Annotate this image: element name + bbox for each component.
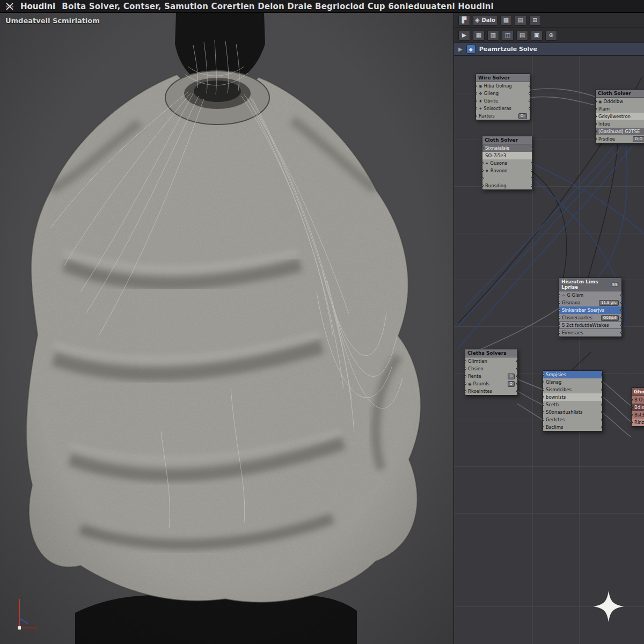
output-connector-dot[interactable] — [620, 302, 621, 304]
node-param-row[interactable]: Chsien — [465, 365, 517, 372]
param-value-badge[interactable]: O-O — [633, 136, 644, 142]
node-param-row[interactable]: Bst3s — [632, 411, 644, 419]
input-connector-dot[interactable] — [465, 383, 466, 385]
output-connector-dot[interactable] — [620, 324, 621, 327]
input-connector-dot[interactable] — [596, 138, 597, 141]
input-connector-dot[interactable] — [632, 406, 633, 409]
input-connector-dot[interactable] — [543, 396, 544, 399]
node-param-row[interactable]: RenteD — [465, 372, 517, 380]
node-param-row[interactable]: S0onasdushlists — [543, 408, 602, 416]
node-title-wire-solver[interactable]: Wire Solver — [476, 74, 530, 82]
node-param-row[interactable]: Bdiske — [632, 404, 644, 411]
node-param-row[interactable]: SO-7i5e3 — [482, 152, 532, 159]
input-connector-dot[interactable] — [559, 324, 560, 327]
input-connector-dot[interactable] — [482, 170, 484, 172]
param-value-badge[interactable]: 11.8 g/u — [599, 300, 619, 306]
node-param-row[interactable]: ♦Ravoon — [482, 167, 532, 174]
output-connector-dot[interactable] — [601, 419, 602, 421]
input-connector-dot[interactable] — [543, 381, 544, 384]
param-value-badge[interactable]: O- — [518, 113, 527, 119]
output-connector-dot[interactable] — [620, 309, 621, 312]
output-connector-dot[interactable] — [516, 390, 517, 393]
output-connector-dot[interactable] — [516, 383, 517, 385]
output-connector-dot[interactable] — [531, 162, 532, 165]
input-connector-dot[interactable] — [543, 374, 544, 376]
node-param-row[interactable]: ♦Gbrite — [476, 97, 530, 105]
input-connector-dot[interactable] — [465, 390, 466, 393]
input-connector-dot[interactable] — [559, 332, 560, 334]
output-connector-dot[interactable] — [601, 396, 602, 399]
node-param-row[interactable]: Eimeraes — [559, 329, 621, 336]
node-param-row[interactable]: RarteisO- — [476, 112, 530, 120]
node-param-row[interactable]: S 2ct fsdutdeWtakes — [559, 321, 621, 329]
param-value-badge[interactable]: D — [508, 381, 515, 387]
node-title-cleth-solvers[interactable]: Cleths Solvers — [465, 349, 517, 357]
node-title-cloth-solver-top[interactable]: Cloth Solver — [596, 90, 644, 98]
output-connector-dot[interactable] — [620, 317, 621, 319]
input-connector-dot[interactable] — [596, 100, 597, 103]
node-param-row[interactable]: ◉PaumlsD — [465, 380, 517, 387]
input-connector-dot[interactable] — [596, 115, 597, 118]
input-connector-dot[interactable] — [559, 302, 560, 304]
node-param-row[interactable]: Bsclims — [543, 423, 602, 431]
input-connector-dot[interactable] — [543, 426, 544, 429]
output-connector-dot[interactable] — [601, 426, 602, 429]
output-connector-dot[interactable] — [601, 381, 602, 384]
nodes-icon[interactable]: ▦ — [500, 15, 512, 26]
output-connector-dot[interactable] — [531, 177, 532, 180]
input-connector-dot[interactable] — [482, 147, 484, 150]
input-connector-dot[interactable] — [465, 368, 466, 370]
panels-icon[interactable]: ▛ — [458, 15, 470, 26]
node-param-row[interactable]: ✧G Glsm — [559, 291, 621, 299]
node-param-row[interactable]: Gerlctes — [543, 416, 602, 423]
param-value-badge[interactable]: D — [508, 374, 515, 379]
shield-icon[interactable]: ◈Dalo — [473, 15, 497, 26]
input-connector-dot[interactable] — [476, 115, 477, 118]
play-icon[interactable]: ▶ — [458, 30, 470, 41]
output-connector-dot[interactable] — [601, 389, 602, 391]
node-param-row[interactable]: Rkoeinttes — [465, 387, 517, 395]
output-connector-dot[interactable] — [601, 374, 602, 376]
output-connector-dot[interactable] — [620, 294, 621, 297]
input-connector-dot[interactable] — [559, 309, 560, 312]
path-bar[interactable]: ▶ ◆ Peamrtzule Solve — [454, 43, 644, 56]
output-connector-dot[interactable] — [529, 92, 530, 95]
output-connector-dot[interactable] — [516, 360, 517, 363]
input-connector-dot[interactable] — [482, 162, 484, 165]
node-title-solver-detail[interactable]: Hiseutm Lims Lprise55 — [559, 278, 621, 291]
node-param-row[interactable]: Glimtien — [465, 357, 517, 365]
grid-icon[interactable]: ▦ — [473, 30, 485, 41]
input-connector-dot[interactable] — [543, 419, 544, 421]
param-value-badge[interactable]: G08jb6 — [601, 315, 619, 321]
target-icon[interactable]: ⊕ — [545, 30, 557, 41]
node-param-row[interactable]: Rinzos — [632, 419, 644, 426]
graph-node-cloth-solver-2[interactable]: Cloth SolverSixnaialsieSO-7i5e3✦Gusona♦R… — [482, 136, 532, 190]
lock-icon[interactable]: ◫ — [502, 30, 514, 41]
save-icon[interactable]: ▤ — [515, 15, 526, 26]
input-connector-dot[interactable] — [476, 100, 477, 103]
input-connector-dot[interactable] — [559, 294, 560, 297]
node-param-row[interactable]: Sixnaialsie — [482, 144, 532, 152]
input-connector-dot[interactable] — [482, 185, 484, 187]
node-param-row[interactable]: ✦Snisoctieras — [476, 105, 530, 112]
node-param-row[interactable]: B Os — [632, 396, 644, 404]
frame-icon[interactable]: ▣ — [531, 30, 543, 41]
input-connector-dot[interactable] — [476, 107, 477, 110]
share-icon[interactable]: ⊞ — [529, 15, 541, 26]
node-param-row[interactable]: Smpjsies — [543, 371, 602, 378]
node-param-row[interactable]: Sismdcibes — [543, 386, 602, 393]
node-title-constraint-red[interactable]: Gho — [632, 388, 644, 396]
input-connector-dot[interactable] — [543, 411, 544, 414]
input-connector-dot[interactable] — [476, 92, 477, 95]
node-param-row[interactable] — [482, 174, 532, 182]
node-title-cloth-solver-2[interactable]: Cloth Solver — [482, 136, 532, 144]
node-param-row[interactable]: Glsnag — [543, 378, 602, 386]
input-connector-dot[interactable] — [632, 421, 633, 424]
output-connector-dot[interactable] — [529, 100, 530, 103]
graph-node-constraint-red[interactable]: GhoB OsBdiskeBst3sRinzos — [631, 387, 644, 427]
node-param-row[interactable]: Glsnaoa11.8 g/u — [559, 299, 621, 306]
viewport-panel[interactable]: Umdeatvell Scmirlatiom — [0, 13, 453, 644]
output-connector-dot[interactable] — [531, 170, 532, 172]
node-param-row[interactable]: ◉Hiba Golnag — [476, 82, 530, 90]
output-connector-dot[interactable] — [601, 411, 602, 414]
